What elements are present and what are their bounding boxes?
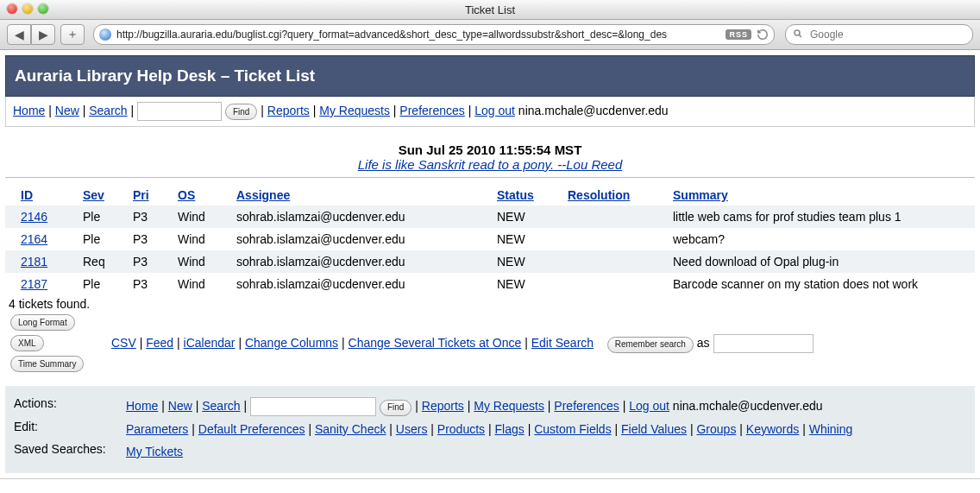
link-change-several[interactable]: Change Several Tickets at Once [349,336,522,350]
link-csv[interactable]: CSV [111,336,136,350]
site-favicon-icon [99,28,111,41]
search-field[interactable] [785,24,973,45]
cell-summary: Need download of Opal plug-in [668,250,975,273]
browser-toolbar: ◀ ▶ ＋ http://bugzilla.auraria.edu/buglis… [0,20,980,50]
col-summary[interactable]: Summary [673,188,728,202]
quote-link[interactable]: Life is like Sanskrit read to a pony. --… [358,157,623,172]
footer-actions-links: Home | New | Search | Find | Reports | M… [122,395,970,418]
find-button[interactable]: Find [225,104,257,120]
link-products[interactable]: Products [437,422,485,436]
nav-logout[interactable]: Log out [474,104,515,117]
long-format-button[interactable]: Long Format [10,314,75,331]
cell-status: NEW [492,250,562,273]
link-whining[interactable]: Whining [809,422,853,436]
link-flags[interactable]: Flags [495,422,525,436]
footer-my-requests[interactable]: My Requests [474,399,544,413]
col-sev[interactable]: Sev [83,188,104,202]
link-parameters[interactable]: Parameters [126,422,188,436]
cell-assignee: sohrab.islamzai@ucdenver.edu [231,228,492,250]
nav-home[interactable]: Home [13,104,45,117]
nav-search[interactable]: Search [89,104,127,117]
search-icon [793,28,803,41]
time-summary-button[interactable]: Time Summary [10,356,84,372]
link-my-tickets[interactable]: My Tickets [126,445,183,458]
remember-search-button[interactable]: Remember search [607,337,694,353]
link-users[interactable]: Users [396,422,428,436]
nav-reports[interactable]: Reports [267,104,310,117]
remember-search-input[interactable] [713,334,814,353]
timestamp: Sun Jul 25 2010 11:55:54 MST [5,142,975,157]
ticket-id-link[interactable]: 2181 [21,255,47,269]
footer-saved-links: My Tickets [122,440,970,463]
link-default-preferences[interactable]: Default Preferences [198,422,305,436]
format-buttons: Long Format XML Time Summary [5,313,106,374]
nav-new[interactable]: New [55,104,79,117]
cell-os: Wind [173,273,231,295]
zoom-icon[interactable] [38,3,48,14]
col-os[interactable]: OS [178,188,195,202]
ticket-id-link[interactable]: 2164 [21,232,47,246]
xml-button[interactable]: XML [10,335,44,351]
footer-preferences[interactable]: Preferences [554,399,619,413]
footer-search[interactable]: Search [202,399,240,413]
ticket-id-link[interactable]: 2187 [21,277,47,291]
link-feed[interactable]: Feed [146,336,173,350]
divider [5,177,975,178]
link-keywords[interactable]: Keywords [746,422,799,436]
reload-icon[interactable] [757,28,769,41]
footer-new[interactable]: New [168,399,192,413]
link-change-columns[interactable]: Change Columns [245,336,338,350]
cell-assignee: sohrab.islamzai@ucdenver.edu [231,205,492,228]
search-input[interactable] [808,28,965,41]
quicksearch-input[interactable] [137,102,222,121]
link-sanity-check[interactable]: Sanity Check [315,422,386,436]
top-nav-bar: Home | New | Search | Find | Reports | M… [5,97,975,127]
cell-os: Wind [173,250,231,273]
nav-user-email: nina.mchale@ucdenver.edu [518,104,669,117]
back-button[interactable]: ◀ [7,24,31,45]
footer-quicksearch-input[interactable] [250,397,376,416]
table-row: 2181ReqP3Windsohrab.islamzai@ucdenver.ed… [5,250,975,273]
nav-my-requests[interactable]: My Requests [319,104,390,117]
col-status[interactable]: Status [497,188,534,202]
footer: Actions: Home | New | Search | Find | Re… [5,386,975,473]
footer-logout[interactable]: Log out [629,399,669,413]
page-title: Auraria Library Help Desk – Ticket List [5,55,975,97]
link-field-values[interactable]: Field Values [621,422,687,436]
footer-label-edit: Edit: [10,418,122,440]
col-id[interactable]: ID [21,188,33,202]
footer-find-button[interactable]: Find [380,400,411,416]
cell-resolution [562,273,668,295]
rss-badge[interactable]: RSS [726,29,751,40]
footer-label-saved: Saved Searches: [10,440,122,463]
minimize-icon[interactable] [22,3,33,14]
url-text: http://bugzilla.auraria.edu/buglist.cgi?… [116,28,720,41]
col-assignee[interactable]: Assignee [236,188,290,202]
table-header-row: ID Sev Pri OS Assignee Status Resolution… [5,185,975,205]
ticket-id-link[interactable]: 2146 [21,210,47,224]
cell-pri: P3 [128,250,173,273]
add-bookmark-button[interactable]: ＋ [60,24,85,45]
status-bar [0,478,980,488]
table-row: 2187PleP3Windsohrab.islamzai@ucdenver.ed… [5,273,975,295]
window-title: Ticket List [465,3,515,16]
cell-pri: P3 [128,205,173,228]
link-icalendar[interactable]: iCalendar [184,336,236,350]
col-pri[interactable]: Pri [133,188,149,202]
forward-button[interactable]: ▶ [31,24,55,45]
table-row: 2146PleP3Windsohrab.islamzai@ucdenver.ed… [5,205,975,228]
address-bar[interactable]: http://bugzilla.auraria.edu/buglist.cgi?… [93,24,775,45]
cell-pri: P3 [128,228,173,250]
cell-assignee: sohrab.islamzai@ucdenver.edu [231,273,492,295]
link-custom-fields[interactable]: Custom Fields [534,422,611,436]
close-icon[interactable] [7,3,17,14]
link-groups[interactable]: Groups [696,422,736,436]
nav-preferences[interactable]: Preferences [399,104,464,117]
col-resolution[interactable]: Resolution [568,188,630,202]
cell-sev: Ple [78,273,128,295]
footer-home[interactable]: Home [126,399,158,413]
cell-os: Wind [173,205,231,228]
link-edit-search[interactable]: Edit Search [531,336,594,350]
footer-reports[interactable]: Reports [422,399,464,413]
cell-assignee: sohrab.islamzai@ucdenver.edu [231,250,492,273]
